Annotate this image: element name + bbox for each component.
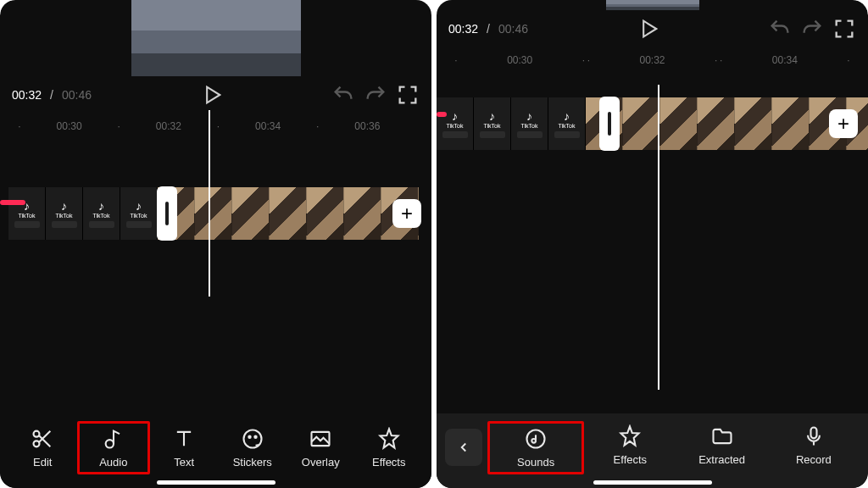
playhead[interactable] xyxy=(209,110,210,297)
extracted-tool[interactable]: Extracted xyxy=(676,421,768,474)
svg-point-5 xyxy=(254,435,256,437)
redo-button[interactable] xyxy=(364,83,387,107)
ruler-tick: 00:32 xyxy=(591,54,713,66)
undo-button[interactable] xyxy=(331,83,355,107)
star-icon xyxy=(377,427,401,451)
tool-label: Edit xyxy=(33,456,52,469)
timeline-ruler: ·00:30 ··00:32 ··00:34 · xyxy=(437,49,868,71)
plus-icon: + xyxy=(401,202,413,225)
undo-icon xyxy=(331,83,355,107)
main-toolbar: EditAudioTextStickersOverlayEffects xyxy=(0,413,431,488)
svg-point-8 xyxy=(531,439,536,443)
svg-rect-9 xyxy=(810,427,816,438)
fullscreen-button[interactable] xyxy=(396,83,420,107)
clip-tiktok[interactable]: ♪TikTok xyxy=(511,97,548,150)
add-clip-button[interactable]: + xyxy=(829,109,858,138)
audio-tool[interactable]: Audio xyxy=(77,421,151,474)
clip-frame[interactable] xyxy=(195,187,232,240)
tool-label: Record xyxy=(796,453,832,466)
redo-button[interactable] xyxy=(800,17,824,41)
playback-controls: 00:32 / 00:46 xyxy=(437,10,868,49)
clip-frame[interactable] xyxy=(344,187,381,240)
undo-icon xyxy=(768,17,792,41)
ruler-tick: 00:30 xyxy=(22,120,116,132)
tiktok-label: TikTok xyxy=(131,213,147,219)
tiktok-label: TikTok xyxy=(93,213,110,219)
clip-tiktok[interactable]: ♪TikTok xyxy=(120,187,158,240)
clip-frame[interactable] xyxy=(735,97,772,150)
split-handle[interactable] xyxy=(599,97,620,151)
preview-area xyxy=(437,0,868,10)
clip-frame[interactable] xyxy=(623,97,660,150)
overlay-tool[interactable]: Overlay xyxy=(287,424,355,472)
redo-icon xyxy=(800,17,824,41)
fullscreen-icon xyxy=(832,17,856,41)
tiktok-label: TikTok xyxy=(447,123,464,129)
tool-label: Audio xyxy=(99,456,127,469)
effects-tool[interactable]: Effects xyxy=(584,421,676,474)
overlay-icon xyxy=(309,427,332,451)
clip-tiktok[interactable]: ♪TikTok xyxy=(83,187,120,240)
tiktok-label: TikTok xyxy=(521,123,538,129)
playhead[interactable] xyxy=(658,85,659,390)
effects-tool[interactable]: Effects xyxy=(355,424,424,472)
clip-frame[interactable] xyxy=(232,187,270,240)
editor-panel-main: 00:32 / 00:46 ·00:30 ·00:32 ·00:34 ·00:3… xyxy=(0,0,431,488)
clip-frame[interactable] xyxy=(270,187,307,240)
tool-label: Text xyxy=(174,456,194,469)
time-separator: / xyxy=(50,88,53,102)
text-icon xyxy=(172,427,196,451)
plus-icon: + xyxy=(837,112,849,136)
sounds-tool[interactable]: Sounds xyxy=(487,421,584,474)
timeline-track[interactable]: ♪TikTok ♪TikTok ♪TikTok ♪TikTok + xyxy=(0,180,431,247)
audio-marker xyxy=(0,200,25,205)
folder-icon xyxy=(710,424,734,448)
tool-label: Overlay xyxy=(302,456,340,469)
tool-label: Effects xyxy=(614,453,648,466)
play-button[interactable] xyxy=(637,17,660,41)
clip-tiktok[interactable]: ♪TikTok xyxy=(548,97,586,150)
edit-tool[interactable]: Edit xyxy=(8,424,77,472)
time-separator: / xyxy=(487,22,490,36)
play-icon xyxy=(637,17,660,41)
clip-frame[interactable] xyxy=(698,97,735,150)
clip-tiktok[interactable]: ♪TikTok xyxy=(437,97,474,150)
clip-frame[interactable] xyxy=(307,187,344,240)
tiktok-label: TikTok xyxy=(19,213,36,219)
tool-label: Sounds xyxy=(517,456,554,469)
split-handle[interactable] xyxy=(157,186,177,241)
add-clip-button[interactable]: + xyxy=(392,199,421,228)
audio-toolbar: SoundsEffectsExtractedRecord xyxy=(437,413,868,488)
preview-thumbnail xyxy=(606,0,699,10)
chevron-left-icon xyxy=(456,440,471,455)
current-time: 00:32 xyxy=(448,22,478,36)
music-note-icon xyxy=(102,427,125,451)
fullscreen-icon xyxy=(396,83,420,107)
play-icon xyxy=(200,83,224,107)
undo-button[interactable] xyxy=(768,17,792,41)
total-time: 00:46 xyxy=(62,88,92,102)
svg-point-2 xyxy=(105,440,113,447)
audio-marker xyxy=(437,112,447,117)
clip-tiktok[interactable]: ♪TikTok xyxy=(474,97,511,150)
text-tool[interactable]: Text xyxy=(150,424,219,472)
clip-tiktok[interactable]: ♪TikTok xyxy=(46,187,83,240)
timeline-ruler: ·00:30 ·00:32 ·00:34 ·00:36 xyxy=(0,115,431,137)
tiktok-label: TikTok xyxy=(484,123,501,129)
record-tool[interactable]: Record xyxy=(768,421,860,474)
tool-label: Effects xyxy=(372,456,406,469)
preview-area xyxy=(0,0,431,76)
fullscreen-button[interactable] xyxy=(832,17,856,41)
ruler-tick: 00:34 xyxy=(221,120,315,132)
clip-frame[interactable] xyxy=(772,97,810,150)
stickers-tool[interactable]: Stickers xyxy=(219,424,287,472)
clip-frame[interactable] xyxy=(660,97,698,150)
editor-panel-audio: 00:32 / 00:46 ·00:30 ··00:32 ··00:34 · xyxy=(437,0,868,488)
clip-tiktok[interactable]: ♪TikTok xyxy=(8,187,46,240)
ruler-tick: 00:36 xyxy=(320,120,415,132)
home-indicator xyxy=(593,480,712,485)
timeline-track[interactable]: ♪TikTok ♪TikTok ♪TikTok ♪TikTok + xyxy=(437,90,868,158)
preview-thumbnail xyxy=(131,0,301,76)
back-button[interactable] xyxy=(445,429,482,466)
play-button[interactable] xyxy=(200,83,224,107)
